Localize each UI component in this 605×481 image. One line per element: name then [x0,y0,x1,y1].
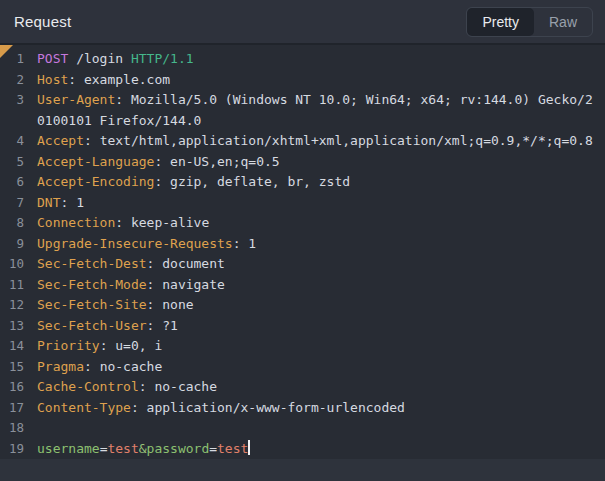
line-content: Accept: text/html,application/xhtml+xml,… [37,131,593,152]
token-hval: none [162,297,193,312]
line-content: Connection: keep-alive [37,213,209,234]
token-plain: : [154,154,170,169]
request-editor[interactable]: 1POST /login HTTP/1.12Host: example.com3… [0,45,605,481]
code-line[interactable]: 7DNT: 1 [0,193,605,214]
code-line[interactable]: 6Accept-Encoding: gzip, deflate, br, zst… [0,172,605,193]
line-content: Sec-Fetch-Mode: navigate [37,275,225,296]
line-content: Accept-Language: en-US,en;q=0.5 [37,152,280,173]
token-plain: : [115,92,131,107]
code-line[interactable]: 18 [0,418,605,439]
token-plain: : [154,174,170,189]
line-number: 15 [0,357,24,378]
line-number: 12 [0,295,24,316]
line-content: Sec-Fetch-User: ?1 [37,316,178,337]
token-hval: en-US,en;q=0.5 [170,154,280,169]
line-number: 8 [0,213,24,234]
line-number: 3 [0,90,24,111]
code-line[interactable]: 0100101 Firefox/144.0 [0,111,605,132]
line-number: 4 [0,131,24,152]
token-hval: text/html,application/xhtml+xml,applicat… [100,133,593,148]
token-plain [123,51,131,66]
code-line[interactable]: 1POST /login HTTP/1.1 [0,49,605,70]
code-line[interactable]: 5Accept-Language: en-US,en;q=0.5 [0,152,605,173]
line-number: 18 [0,418,24,439]
line-content: Sec-Fetch-Dest: document [37,254,225,275]
line-content: DNT: 1 [37,193,84,214]
token-eq: = [209,441,217,456]
token-hname: User-Agent [37,92,115,107]
code-line[interactable]: 9Upgrade-Insecure-Requests: 1 [0,234,605,255]
line-number: 19 [0,439,24,460]
token-hname: Sec-Fetch-User [37,318,147,333]
line-number: 17 [0,398,24,419]
token-hval: u=0, i [115,338,162,353]
request-panel-header: Request Pretty Raw [0,0,605,45]
pretty-tab[interactable]: Pretty [467,8,534,36]
code-line[interactable]: 13Sec-Fetch-User: ?1 [0,316,605,337]
code-line[interactable]: 16Cache-Control: no-cache [0,377,605,398]
token-plain: : [147,318,163,333]
token-hname: Pragma [37,359,84,374]
token-amp: & [139,441,147,456]
token-hval: application/x-www-form-urlencoded [147,400,405,415]
token-pname: username [37,441,100,456]
token-method: POST [37,51,68,66]
token-plain: : [68,72,84,87]
code-line[interactable]: 4Accept: text/html,application/xhtml+xml… [0,131,605,152]
line-number: 9 [0,234,24,255]
line-number: 16 [0,377,24,398]
line-content: POST /login HTTP/1.1 [37,49,194,70]
token-path: /login [76,51,123,66]
token-hname: Accept [37,133,84,148]
line-content: Host: example.com [37,70,170,91]
code-line[interactable]: 8Connection: keep-alive [0,213,605,234]
line-number: 7 [0,193,24,214]
token-hval: example.com [84,72,170,87]
code-line[interactable]: 2Host: example.com [0,70,605,91]
token-hval: 1 [248,236,256,251]
code-line[interactable]: 15Pragma: no-cache [0,357,605,378]
line-content: User-Agent: Mozilla/5.0 (Windows NT 10.0… [37,90,593,111]
line-content: username=test&password=test [37,439,250,460]
code-line[interactable]: 12Sec-Fetch-Site: none [0,295,605,316]
token-hval: document [162,256,225,271]
token-hname: DNT [37,195,60,210]
token-version: HTTP/1.1 [131,51,194,66]
line-content: Accept-Encoding: gzip, deflate, br, zstd [37,172,350,193]
token-hval: 0100101 Firefox/144.0 [37,113,201,128]
token-hname: Accept-Encoding [37,174,154,189]
token-hval: Mozilla/5.0 (Windows NT 10.0; Win64; x64… [131,92,593,107]
code-line[interactable]: 14Priority: u=0, i [0,336,605,357]
token-hval: no-cache [100,359,163,374]
token-pval: test [107,441,138,456]
token-hname: Upgrade-Insecure-Requests [37,236,233,251]
token-hname: Sec-Fetch-Dest [37,256,147,271]
token-pname: password [147,441,210,456]
code-line[interactable]: 19username=test&password=test [0,439,605,460]
token-hval: no-cache [154,379,217,394]
editor-footer-strip [0,459,605,481]
request-code[interactable]: 1POST /login HTTP/1.12Host: example.com3… [0,45,605,459]
line-number: 11 [0,275,24,296]
code-line[interactable]: 3User-Agent: Mozilla/5.0 (Windows NT 10.… [0,90,605,111]
panel-title: Request [14,13,71,30]
code-line[interactable]: 11Sec-Fetch-Mode: navigate [0,275,605,296]
code-line[interactable]: 17Content-Type: application/x-www-form-u… [0,398,605,419]
token-hname: Sec-Fetch-Mode [37,277,147,292]
token-hval: gzip, deflate, br, zstd [170,174,350,189]
token-plain: : [100,338,116,353]
token-plain: : [84,133,100,148]
token-hname: Content-Type [37,400,131,415]
token-hval: 1 [76,195,84,210]
line-content: Cache-Control: no-cache [37,377,217,398]
text-cursor [248,440,250,455]
token-plain: : [115,215,131,230]
code-line[interactable]: 10Sec-Fetch-Dest: document [0,254,605,275]
raw-tab[interactable]: Raw [534,8,592,36]
line-content: Sec-Fetch-Site: none [37,295,194,316]
token-plain [68,51,76,66]
line-number: 10 [0,254,24,275]
token-hval: navigate [162,277,225,292]
token-hval: keep-alive [131,215,209,230]
line-content: 0100101 Firefox/144.0 [37,111,201,132]
